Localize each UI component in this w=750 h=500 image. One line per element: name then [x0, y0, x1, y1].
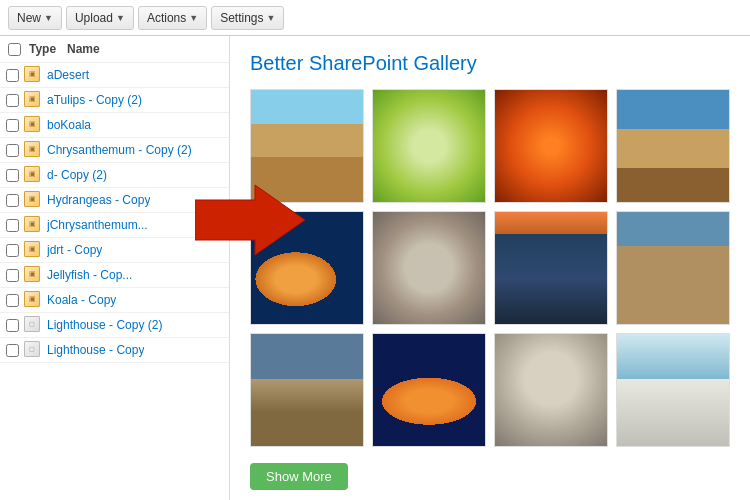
file-type-icon: ▣: [24, 191, 40, 207]
gallery-image[interactable]: [250, 333, 364, 447]
gallery-image[interactable]: [372, 89, 486, 203]
actions-button[interactable]: Actions ▼: [138, 6, 207, 30]
gallery-image[interactable]: [494, 89, 608, 203]
file-icon: ▣: [24, 166, 42, 184]
file-name[interactable]: Hydrangeas - Copy: [47, 193, 150, 207]
settings-button[interactable]: Settings ▼: [211, 6, 284, 30]
file-checkbox[interactable]: [6, 119, 19, 132]
list-item[interactable]: ▣jChrysanthemum...: [0, 213, 229, 238]
file-icon: ▣: [24, 266, 42, 284]
list-item[interactable]: ▣boKoala: [0, 113, 229, 138]
file-type-icon: ▣: [24, 66, 40, 82]
gallery-image[interactable]: [616, 89, 730, 203]
list-item[interactable]: ▣Koala - Copy: [0, 288, 229, 313]
gallery-image[interactable]: [372, 211, 486, 325]
gallery-image[interactable]: [494, 333, 608, 447]
file-checkbox[interactable]: [6, 94, 19, 107]
file-name[interactable]: Lighthouse - Copy: [47, 343, 144, 357]
new-button[interactable]: New ▼: [8, 6, 62, 30]
file-icon: ◻: [24, 341, 42, 359]
file-checkbox[interactable]: [6, 269, 19, 282]
file-type-icon: ▣: [24, 91, 40, 107]
gallery-grid: [250, 89, 730, 447]
gallery-image[interactable]: [616, 211, 730, 325]
list-item[interactable]: ▣d- Copy (2): [0, 163, 229, 188]
file-name[interactable]: boKoala: [47, 118, 91, 132]
file-checkbox[interactable]: [6, 294, 19, 307]
file-list: ▣aDesert▣aTulips - Copy (2)▣boKoala▣Chry…: [0, 63, 229, 363]
settings-chevron: ▼: [267, 13, 276, 23]
gallery-title: Better SharePoint Gallery: [250, 52, 730, 75]
file-icon: ▣: [24, 241, 42, 259]
file-type-icon: ▣: [24, 141, 40, 157]
file-type-icon: ▣: [24, 291, 40, 307]
gallery-image[interactable]: [494, 211, 608, 325]
file-icon: ▣: [24, 66, 42, 84]
file-name[interactable]: Jellyfish - Cop...: [47, 268, 132, 282]
file-icon: ▣: [24, 91, 42, 109]
file-checkbox[interactable]: [6, 194, 19, 207]
upload-chevron: ▼: [116, 13, 125, 23]
list-item[interactable]: ◻Lighthouse - Copy (2): [0, 313, 229, 338]
file-name[interactable]: aDesert: [47, 68, 89, 82]
new-chevron: ▼: [44, 13, 53, 23]
type-column-header: Type: [29, 42, 59, 56]
name-column-header: Name: [67, 42, 221, 56]
list-item[interactable]: ▣aTulips - Copy (2): [0, 88, 229, 113]
gallery-image[interactable]: [250, 89, 364, 203]
file-name[interactable]: Koala - Copy: [47, 293, 116, 307]
file-icon: ▣: [24, 291, 42, 309]
sidebar-header: Type Name: [0, 36, 229, 63]
file-checkbox[interactable]: [6, 144, 19, 157]
file-checkbox[interactable]: [6, 219, 19, 232]
list-item[interactable]: ▣Chrysanthemum - Copy (2): [0, 138, 229, 163]
select-all-checkbox[interactable]: [8, 43, 21, 56]
file-checkbox[interactable]: [6, 319, 19, 332]
sidebar: Type Name ▣aDesert▣aTulips - Copy (2)▣bo…: [0, 36, 230, 500]
file-name[interactable]: jdrt - Copy: [47, 243, 102, 257]
file-checkbox[interactable]: [6, 344, 19, 357]
file-checkbox[interactable]: [6, 244, 19, 257]
list-item[interactable]: ◻Lighthouse - Copy: [0, 338, 229, 363]
new-label: New: [17, 11, 41, 25]
file-type-icon: ◻: [24, 341, 40, 357]
gallery-image[interactable]: [250, 211, 364, 325]
file-type-icon: ◻: [24, 316, 40, 332]
file-name[interactable]: Lighthouse - Copy (2): [47, 318, 162, 332]
file-name[interactable]: jChrysanthemum...: [47, 218, 148, 232]
file-type-icon: ▣: [24, 241, 40, 257]
list-item[interactable]: ▣jdrt - Copy: [0, 238, 229, 263]
file-icon: ▣: [24, 141, 42, 159]
list-item[interactable]: ▣Hydrangeas - Copy: [0, 188, 229, 213]
actions-label: Actions: [147, 11, 186, 25]
actions-chevron: ▼: [189, 13, 198, 23]
file-type-icon: ▣: [24, 116, 40, 132]
file-name[interactable]: d- Copy (2): [47, 168, 107, 182]
main-layout: Type Name ▣aDesert▣aTulips - Copy (2)▣bo…: [0, 36, 750, 500]
file-icon: ▣: [24, 191, 42, 209]
file-type-icon: ▣: [24, 166, 40, 182]
file-checkbox[interactable]: [6, 169, 19, 182]
file-name[interactable]: aTulips - Copy (2): [47, 93, 142, 107]
gallery-image[interactable]: [616, 333, 730, 447]
settings-label: Settings: [220, 11, 263, 25]
right-panel: Better SharePoint Gallery Show More: [230, 36, 750, 500]
file-type-icon: ▣: [24, 266, 40, 282]
file-checkbox[interactable]: [6, 69, 19, 82]
file-icon: ▣: [24, 116, 42, 134]
toolbar: New ▼ Upload ▼ Actions ▼ Settings ▼: [0, 0, 750, 36]
upload-label: Upload: [75, 11, 113, 25]
list-item[interactable]: ▣aDesert: [0, 63, 229, 88]
list-item[interactable]: ▣Jellyfish - Cop...: [0, 263, 229, 288]
file-name[interactable]: Chrysanthemum - Copy (2): [47, 143, 192, 157]
upload-button[interactable]: Upload ▼: [66, 6, 134, 30]
show-more-button[interactable]: Show More: [250, 463, 348, 490]
file-icon: ▣: [24, 216, 42, 234]
gallery-image[interactable]: [372, 333, 486, 447]
file-type-icon: ▣: [24, 216, 40, 232]
file-icon: ◻: [24, 316, 42, 334]
